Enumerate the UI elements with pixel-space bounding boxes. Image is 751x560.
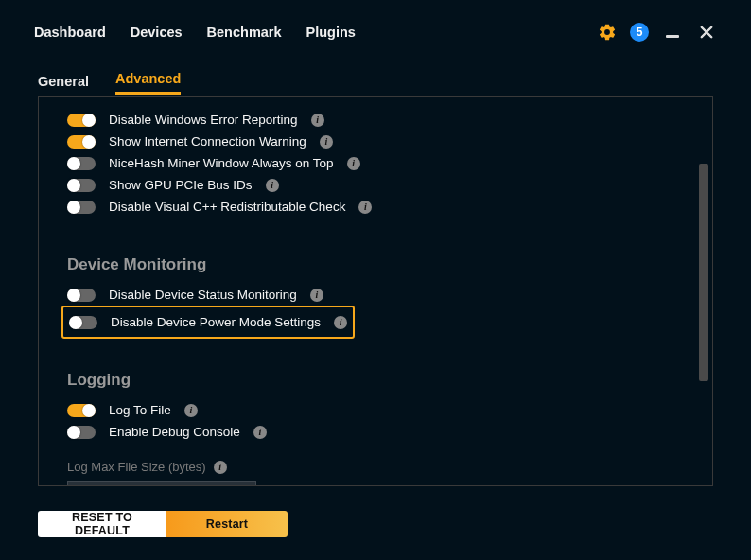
close-icon[interactable] xyxy=(696,22,717,43)
label: Enable Debug Console xyxy=(109,425,240,439)
scrollbar-track[interactable] xyxy=(697,99,710,483)
info-icon[interactable]: i xyxy=(347,157,360,170)
info-icon[interactable]: i xyxy=(266,179,279,192)
setting-always-on-top: NiceHash Miner Window Always on Top i xyxy=(67,152,691,174)
tab-bar: General Advanced xyxy=(0,64,751,95)
setting-disable-power-mode: Disable Device Power Mode Settings i xyxy=(63,311,347,333)
toggle-show-internet-warning[interactable] xyxy=(67,135,96,149)
nav-devices[interactable]: Devices xyxy=(131,25,183,40)
label: Log To File xyxy=(109,403,171,417)
notification-badge[interactable]: 5 xyxy=(630,23,649,42)
highlighted-setting: Disable Device Power Mode Settings i xyxy=(61,306,355,339)
scrollbar-thumb[interactable] xyxy=(699,164,708,381)
gear-icon[interactable] xyxy=(598,23,617,42)
toggle-enable-debug-console[interactable] xyxy=(67,426,96,439)
settings-scroll: Disable Windows Error Reporting i Show I… xyxy=(39,97,712,485)
log-max-file-size-label: Log Max File Size (bytes) i xyxy=(67,460,691,474)
reset-to-default-button[interactable]: RESET TO DEFAULT xyxy=(38,511,166,537)
setting-disable-device-status: Disable Device Status Monitoring i xyxy=(67,284,691,306)
tab-general[interactable]: General xyxy=(38,74,89,95)
settings-panel: Disable Windows Error Reporting i Show I… xyxy=(38,96,713,486)
nav-benchmark[interactable]: Benchmark xyxy=(207,25,282,40)
section-device-monitoring-title: Device Monitoring xyxy=(67,255,691,274)
label: NiceHash Miner Window Always on Top xyxy=(109,156,334,170)
restart-button[interactable]: Restart xyxy=(166,511,288,537)
label: Disable Visual C++ Redistributable Check xyxy=(109,200,345,214)
label: Disable Device Status Monitoring xyxy=(109,288,297,302)
toggle-disable-device-status[interactable] xyxy=(67,289,96,302)
nav-dashboard[interactable]: Dashboard xyxy=(34,25,106,40)
setting-show-internet-warning: Show Internet Connection Warning i xyxy=(67,131,691,152)
log-max-file-size-input[interactable] xyxy=(67,481,256,485)
nav-right: 5 xyxy=(598,22,717,43)
label: Show Internet Connection Warning xyxy=(109,134,306,149)
setting-log-to-file: Log To File i xyxy=(67,399,691,421)
info-icon[interactable]: i xyxy=(334,316,347,329)
toggle-show-gpu-pcie[interactable] xyxy=(67,179,96,192)
toggle-disable-vcredist[interactable] xyxy=(67,201,96,214)
info-icon[interactable]: i xyxy=(184,404,198,417)
setting-enable-debug-console: Enable Debug Console i xyxy=(67,421,691,443)
info-icon[interactable]: i xyxy=(214,461,227,474)
top-nav: Dashboard Devices Benchmark Plugins 5 xyxy=(0,0,751,64)
toggle-disable-power-mode[interactable] xyxy=(69,316,97,329)
setting-disable-vcredist: Disable Visual C++ Redistributable Check… xyxy=(67,196,691,218)
nav-plugins[interactable]: Plugins xyxy=(306,25,356,40)
toggle-disable-wer[interactable] xyxy=(67,114,96,127)
minimize-icon[interactable] xyxy=(662,22,683,43)
bottom-bar: RESET TO DEFAULT Restart xyxy=(38,511,288,537)
setting-disable-wer: Disable Windows Error Reporting i xyxy=(67,109,691,131)
label: Show GPU PCIe Bus IDs xyxy=(109,178,253,192)
setting-show-gpu-pcie: Show GPU PCIe Bus IDs i xyxy=(67,174,691,196)
info-icon[interactable]: i xyxy=(311,114,324,127)
info-icon[interactable]: i xyxy=(358,201,372,214)
info-icon[interactable]: i xyxy=(253,426,267,439)
info-icon[interactable]: i xyxy=(310,289,323,302)
section-logging-title: Logging xyxy=(67,371,691,390)
toggle-log-to-file[interactable] xyxy=(67,404,96,417)
label-text: Log Max File Size (bytes) xyxy=(67,460,206,474)
toggle-always-on-top[interactable] xyxy=(67,157,96,170)
tab-advanced[interactable]: Advanced xyxy=(115,71,181,95)
label: Disable Device Power Mode Settings xyxy=(111,315,321,329)
info-icon[interactable]: i xyxy=(320,135,333,149)
label: Disable Windows Error Reporting xyxy=(109,113,298,127)
nav-left: Dashboard Devices Benchmark Plugins xyxy=(34,25,356,40)
